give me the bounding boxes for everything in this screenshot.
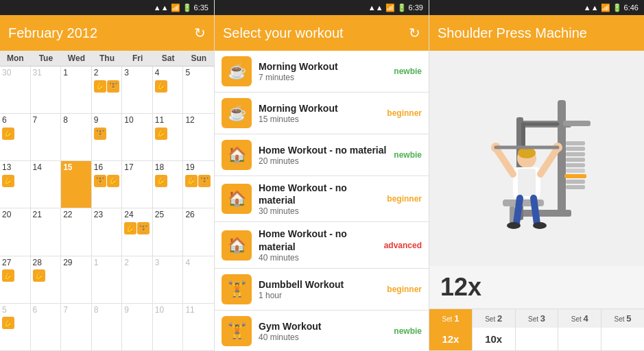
svg-rect-1 — [516, 210, 571, 217]
set-tab-2[interactable]: Set 2 — [473, 309, 516, 328]
calendar-day-2[interactable]: 2 — [122, 256, 153, 304]
calendar-day-1[interactable]: 1 — [61, 66, 92, 114]
calendar-day-14[interactable]: 14 — [31, 161, 62, 208]
workout-level-2: newbie — [394, 150, 422, 160]
workout-name-1: Morning Workout — [259, 102, 380, 114]
workout-item-5[interactable]: 🏋Dumbbell Workout1 hourbeginner — [215, 269, 429, 311]
svg-line-28 — [534, 198, 537, 223]
calendar-day-1[interactable]: 1 — [92, 256, 123, 304]
workout-item-6[interactable]: 🏋Gym Workout40 minutesnewbie — [215, 311, 429, 351]
workout-thumb-2: 🏠 — [222, 140, 252, 170]
calendar-day-21[interactable]: 21 — [31, 208, 62, 256]
sets-values: 12x10x — [429, 328, 644, 351]
calendar-refresh-icon[interactable]: ↻ — [194, 25, 206, 41]
set-tab-5[interactable]: Set 5 — [601, 309, 644, 328]
set-tab-1[interactable]: Set 1 — [429, 309, 473, 328]
workout-thumb-0: ☕ — [222, 56, 252, 86]
calendar-day-5[interactable]: 5💪 — [0, 304, 31, 351]
calendar-day-9[interactable]: 9 — [122, 304, 153, 351]
time-calendar: 6:35 — [194, 3, 208, 12]
calendar-day-4[interactable]: 4💪 — [153, 66, 184, 114]
workout-name-0: Morning Workout — [259, 60, 387, 73]
calendar-day-25[interactable]: 25 — [153, 208, 184, 256]
calendar-day-7[interactable]: 7 — [31, 114, 62, 161]
svg-line-27 — [516, 198, 520, 223]
calendar-day-3[interactable]: 3 — [153, 256, 184, 304]
workout-duration-6: 40 minutes — [259, 332, 387, 342]
calendar-day-27[interactable]: 27💪 — [0, 256, 31, 304]
set-tab-4[interactable]: Set 4 — [558, 309, 601, 328]
calendar-day-28[interactable]: 28💪 — [31, 256, 62, 304]
workout-thumb-4: 🏠 — [222, 230, 252, 261]
set-label-2: Set — [485, 315, 497, 323]
workout-level-1: beginner — [387, 108, 422, 118]
workout-item-3[interactable]: 🏠Home Workout - no material30 minutesbeg… — [215, 176, 429, 222]
workout-dot: 💪 — [155, 80, 167, 93]
workout-item-4[interactable]: 🏠Home Workout - no material40 minutesadv… — [215, 222, 429, 268]
workout-list[interactable]: ☕Morning Workout7 minutesnewbie☕Morning … — [215, 51, 429, 351]
calendar-day-30[interactable]: 30 — [0, 66, 31, 114]
workout-info-6: Gym Workout40 minutes — [259, 320, 387, 342]
calendar-day-10[interactable]: 10 — [153, 304, 184, 351]
workout-item-1[interactable]: ☕Morning Workout15 minutesbeginner — [215, 93, 429, 134]
calendar-day-2[interactable]: 2💪🏋 — [92, 66, 123, 114]
calendar-day-11[interactable]: 11 — [183, 304, 214, 351]
calendar-day-13[interactable]: 13💪 — [0, 161, 31, 208]
weekday-sun: Sun — [183, 51, 214, 66]
calendar-day-22[interactable]: 22 — [61, 208, 92, 256]
panel-workouts: ▲▲ 📶 🔋 6:39 Select your workout ↻ ☕Morni… — [215, 0, 429, 351]
detail-title: Shoulder Press Machine — [438, 25, 587, 41]
workout-item-2[interactable]: 🏠Home Workout - no material20 minutesnew… — [215, 134, 429, 176]
calendar-day-12[interactable]: 12 — [183, 114, 214, 161]
calendar-day-18[interactable]: 18💪 — [153, 161, 184, 208]
calendar-day-8[interactable]: 8 — [92, 304, 123, 351]
workout-dot: 🏋 — [94, 128, 106, 140]
calendar-day-7[interactable]: 7 — [61, 304, 92, 351]
sets-tabs[interactable]: Set 1Set 2Set 3Set 4Set 5 — [429, 308, 644, 328]
workout-dot: 💪 — [155, 128, 167, 140]
calendar-day-16[interactable]: 16🏋💪 — [92, 161, 123, 208]
workout-dot: 💪 — [33, 269, 45, 282]
calendar-day-10[interactable]: 10 — [122, 114, 153, 161]
battery-icon: 🔋 — [182, 3, 192, 12]
calendar-day-20[interactable]: 20 — [0, 208, 31, 256]
workouts-refresh-icon[interactable]: ↻ — [409, 25, 420, 41]
workout-item-0[interactable]: ☕Morning Workout7 minutesnewbie — [215, 51, 429, 93]
svg-rect-21 — [518, 169, 536, 196]
workout-dot: 🏋 — [94, 175, 106, 187]
calendar-day-26[interactable]: 26 — [183, 208, 214, 256]
calendar-day-3[interactable]: 3 — [122, 66, 153, 114]
wifi-icon-w: 📶 — [385, 3, 395, 12]
calendar-day-24[interactable]: 24💪🏋 — [122, 208, 153, 256]
set-num-1: 1 — [454, 313, 459, 324]
calendar-weekdays: Mon Tue Wed Thu Fri Sat Sun — [0, 51, 214, 66]
workout-name-5: Dumbbell Workout — [259, 278, 380, 291]
panel-calendar: ▲▲ 📶 🔋 6:35 February 2012 ↻ Mon Tue Wed … — [0, 0, 215, 351]
calendar-title: February 2012 — [8, 25, 97, 41]
calendar-day-6[interactable]: 6💪 — [0, 114, 31, 161]
workout-dot: 💪 — [155, 175, 167, 187]
calendar-day-8[interactable]: 8 — [61, 114, 92, 161]
calendar-day-19[interactable]: 19💪🏋 — [183, 161, 214, 208]
svg-line-23 — [540, 148, 558, 174]
calendar-day-9[interactable]: 9🏋 — [92, 114, 123, 161]
status-bar-calendar: ▲▲ 📶 🔋 6:35 — [0, 0, 214, 15]
weekday-wed: Wed — [61, 51, 92, 66]
calendar-day-31[interactable]: 31 — [31, 66, 62, 114]
calendar-day-23[interactable]: 23 — [92, 208, 123, 256]
set-label-4: Set — [571, 315, 584, 323]
calendar-day-4[interactable]: 4 — [183, 256, 214, 304]
calendar-day-6[interactable]: 6 — [31, 304, 62, 351]
svg-point-29 — [507, 222, 521, 229]
calendar-day-11[interactable]: 11💪 — [153, 114, 184, 161]
calendar-day-29[interactable]: 29 — [61, 256, 92, 304]
calendar-day-15[interactable]: 15 — [61, 161, 92, 208]
signal-icon-w: ▲▲ — [368, 3, 383, 12]
calendar-day-5[interactable]: 5 — [183, 66, 214, 114]
battery-icon-d: 🔋 — [612, 3, 622, 12]
set-tab-3[interactable]: Set 3 — [516, 309, 559, 328]
weekday-mon: Mon — [0, 51, 31, 66]
calendar-day-17[interactable]: 17 — [122, 161, 153, 208]
workout-info-5: Dumbbell Workout1 hour — [259, 278, 380, 300]
set-label-3: Set — [528, 315, 540, 323]
